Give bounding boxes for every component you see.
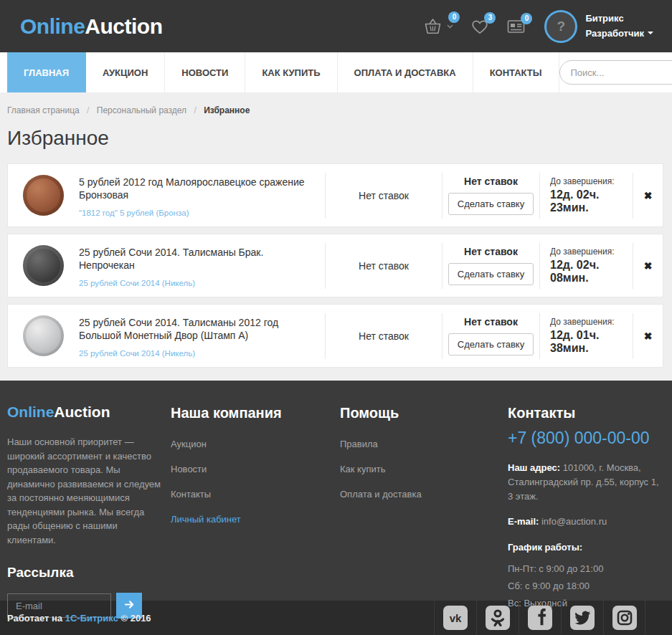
- footer-address: Наш адрес: 101000, г. Москва, Сталинград…: [508, 461, 663, 504]
- item-info: 5 рублей 2012 год Малоярославецкое сраже…: [79, 164, 325, 226]
- item-title-link[interactable]: 25 рублей Сочи 2014. Талисманы 2012 год …: [79, 316, 315, 342]
- user-menu[interactable]: Битрикс Разработчик: [585, 11, 653, 40]
- footer: OnlineAuction Наши основной приоритет — …: [0, 381, 672, 601]
- logo-text-white: Auction: [85, 14, 162, 38]
- item-remove-block: ✖: [633, 243, 663, 289]
- item-title-link[interactable]: 25 рублей Сочи 2014. Талисманы Брак. Неп…: [79, 246, 315, 272]
- item-deadline-block: До завершения: 12д. 02ч. 08мин.: [539, 243, 633, 289]
- footer-company-title: Наша компания: [171, 405, 340, 421]
- header-actions: 0 3: [405, 10, 653, 43]
- place-bid-button[interactable]: Сделать ставку: [448, 333, 534, 355]
- item-deadline-block: До завершения: 12д. 01ч. 38мин.: [539, 313, 633, 359]
- nav-tab-how-to-buy[interactable]: КАК КУПИТЬ: [245, 52, 337, 92]
- deadline-value: 12д. 02ч. 08мин.: [550, 259, 633, 285]
- breadcrumb-separator: /: [194, 105, 196, 115]
- footer-about-text: Наши основной приоритет — широкий ассорт…: [7, 435, 171, 547]
- nav-tab-contacts[interactable]: КОНТАКТЫ: [473, 52, 559, 92]
- item-bid-block: Нет ставок Сделать ставку: [442, 243, 539, 289]
- search-input[interactable]: [560, 67, 672, 78]
- footer-logo-white: Auction: [54, 404, 110, 420]
- user-name-line1: Битрикс: [585, 11, 653, 26]
- wishlist-button[interactable]: 3: [470, 18, 489, 34]
- user-avatar[interactable]: ?: [544, 10, 577, 43]
- footer-contacts-title: Контакты: [508, 405, 663, 421]
- footer-link-payment-delivery[interactable]: Оплата и доставка: [340, 489, 508, 500]
- site-logo[interactable]: OnlineAuction: [20, 16, 163, 37]
- item-bid-status: Нет ставок: [325, 313, 442, 359]
- item-remove-block: ✖: [633, 313, 663, 359]
- item-bid-status: Нет ставок: [325, 173, 442, 219]
- footer-email-value: info@auction.ru: [539, 516, 607, 527]
- place-bid-button[interactable]: Сделать ставку: [448, 193, 534, 215]
- footer-email: E-mail: info@auction.ru: [508, 515, 663, 529]
- social-facebook-button[interactable]: [519, 601, 561, 635]
- item-bid-block: Нет ставок Сделать ставку: [442, 313, 539, 359]
- logo-text-blue: Online: [20, 14, 85, 38]
- bitrix-link[interactable]: 1С-Битрикс: [65, 613, 118, 624]
- footer-link-auction[interactable]: Аукцион: [171, 439, 340, 449]
- favorite-item-row: 25 рублей Сочи 2014. Талисманы 2012 год …: [7, 304, 663, 368]
- svg-text:vk: vk: [450, 612, 462, 624]
- favorite-item-row: 5 рублей 2012 год Малоярославецкое сраже…: [7, 163, 663, 227]
- coin-image: [23, 315, 64, 356]
- nav-tab-auction[interactable]: АУКЦИОН: [86, 52, 165, 92]
- footer-schedule-weekdays: Пн-Пт: с 9:00 до 21:00: [508, 563, 663, 574]
- footer-link-personal-cabinet[interactable]: Личный кабинет: [171, 514, 340, 525]
- page-title: Избранное: [7, 127, 663, 150]
- compare-badge: 0: [521, 13, 532, 24]
- footer-email-label: E-mail:: [508, 516, 539, 527]
- social-links: vk: [434, 601, 645, 635]
- footer-logo[interactable]: OnlineAuction: [7, 404, 110, 420]
- footer-logo-blue: Online: [7, 404, 54, 420]
- item-thumbnail-link[interactable]: [8, 315, 79, 356]
- footer-address-label: Наш адрес:: [508, 462, 560, 473]
- social-twitter-button[interactable]: [561, 601, 603, 635]
- odnoklassniki-icon: [486, 606, 510, 630]
- item-thumbnail-link[interactable]: [8, 175, 79, 216]
- footer-link-news[interactable]: Новости: [171, 464, 340, 474]
- item-thumbnail-link[interactable]: [8, 245, 79, 286]
- remove-favorite-button[interactable]: ✖: [644, 191, 653, 201]
- cart-button[interactable]: 0: [422, 17, 453, 36]
- nav-tab-home[interactable]: ГЛАВНАЯ: [7, 52, 86, 92]
- newsletter-title: Рассылка: [7, 565, 171, 581]
- item-title-link[interactable]: 5 рублей 2012 год Малоярославецкое сраже…: [79, 176, 315, 201]
- cart-icon: [422, 17, 443, 36]
- item-deadline-block: До завершения: 12д. 02ч. 23мин.: [539, 173, 633, 219]
- favorite-item-row: 25 рублей Сочи 2014. Талисманы Брак. Неп…: [7, 234, 663, 297]
- facebook-icon: [528, 606, 552, 630]
- compare-button[interactable]: 0: [506, 19, 526, 34]
- footer-about-column: OnlineAuction Наши основной приоритет — …: [7, 404, 171, 619]
- remove-favorite-button[interactable]: ✖: [644, 331, 653, 341]
- deadline-value: 12д. 01ч. 38мин.: [550, 329, 633, 355]
- footer-link-contacts[interactable]: Контакты: [171, 489, 340, 500]
- nav-tab-payment-delivery[interactable]: ОПЛАТА И ДОСТАВКА: [338, 52, 473, 92]
- cart-badge: 0: [448, 11, 460, 23]
- social-odnoklassniki-button[interactable]: [476, 601, 519, 635]
- footer-help-column: Помощь Правила Как купить Оплата и доста…: [340, 404, 508, 619]
- breadcrumb-separator: /: [87, 105, 89, 115]
- remove-favorite-button[interactable]: ✖: [644, 261, 653, 271]
- breadcrumb: Главная страница / Персональный раздел /…: [7, 105, 663, 115]
- item-category-link[interactable]: "1812 год" 5 рублей (Бронза): [79, 209, 315, 217]
- footer-link-rules[interactable]: Правила: [340, 439, 508, 449]
- social-vk-button[interactable]: vk: [434, 601, 476, 635]
- social-instagram-button[interactable]: [603, 601, 645, 635]
- wishlist-badge: 3: [484, 12, 496, 24]
- deadline-label: До завершения:: [550, 317, 615, 327]
- item-category-link[interactable]: 25 рублей Сочи 2014 (Никель): [79, 279, 315, 287]
- arrow-right-icon: [124, 599, 135, 612]
- item-info: 25 рублей Сочи 2014. Талисманы 2012 год …: [79, 305, 325, 367]
- item-bid-status: Нет ставок: [325, 243, 442, 289]
- breadcrumb-link-home[interactable]: Главная страница: [7, 105, 80, 115]
- item-category-link[interactable]: 25 рублей Сочи 2014 (Никель): [79, 349, 315, 358]
- nav-tab-news[interactable]: НОВОСТИ: [165, 52, 245, 92]
- footer-link-how-to-buy[interactable]: Как купить: [340, 464, 508, 474]
- footer-contacts-column: Контакты +7 (800) 000-00-00 Наш адрес: 1…: [508, 404, 663, 619]
- breadcrumb-link-personal[interactable]: Персональный раздел: [97, 105, 186, 115]
- copyright: Работает на 1С-Битрикс © 2016: [7, 613, 151, 624]
- place-bid-button[interactable]: Сделать ставку: [448, 263, 534, 285]
- footer-schedule-label: График работы:: [508, 540, 663, 555]
- coin-image: [23, 175, 64, 216]
- deadline-label: До завершения:: [550, 247, 615, 257]
